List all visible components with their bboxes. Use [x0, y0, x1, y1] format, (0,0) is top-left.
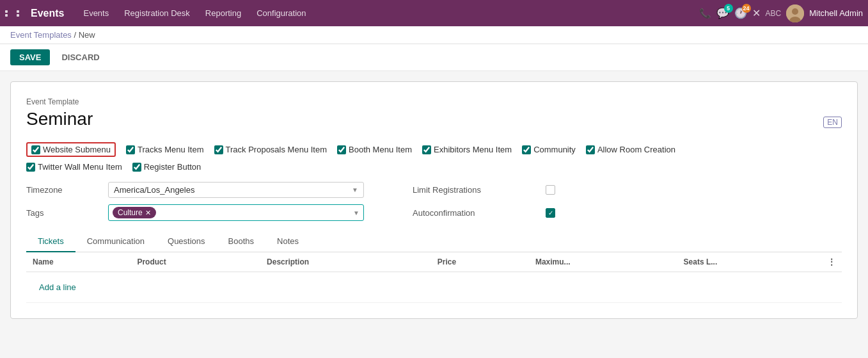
clock-badge: 24	[742, 4, 751, 13]
tabs-bar: Tickets Communication Questions Booths N…	[26, 231, 842, 252]
close-icon[interactable]: ✕	[752, 7, 761, 19]
action-bar: SAVE DISCARD	[0, 44, 868, 71]
checkbox-community[interactable]: Community	[522, 145, 576, 154]
checkbox-exhibitors-menu-item[interactable]: Exhibitors Menu Item	[422, 145, 512, 154]
add-line-button[interactable]: Add a line	[33, 277, 83, 297]
checkbox-exhibitors-menu-item-label: Exhibitors Menu Item	[434, 145, 512, 154]
add-line-row: Add a line	[26, 272, 842, 303]
timezone-arrow-icon: ▼	[352, 186, 358, 193]
phone-icon[interactable]: 📞	[699, 8, 711, 19]
title-row: Seminar EN	[26, 109, 842, 140]
autoconfirmation-checkbox[interactable]	[546, 208, 555, 218]
checkbox-exhibitors-menu-item-input[interactable]	[422, 145, 431, 154]
limit-registrations-label: Limit Registrations	[413, 185, 541, 195]
messages-icon[interactable]: 💬 5	[716, 7, 729, 19]
fields-grid: Timezone America/Los_Angeles ▼ Limit Reg…	[26, 182, 842, 221]
navbar: Events Events Registration Desk Reportin…	[0, 0, 868, 26]
checkbox-booth-menu-item-input[interactable]	[337, 145, 346, 154]
checkbox-tracks-menu-item-label: Tracks Menu Item	[138, 145, 204, 154]
culture-tag-label: Culture	[118, 208, 143, 217]
breadcrumb-current: New	[79, 30, 95, 40]
tab-tickets[interactable]: Tickets	[26, 231, 75, 252]
tags-field[interactable]: Culture ✕ ▼	[108, 204, 364, 221]
checkbox-allow-room-creation[interactable]: Allow Room Creation	[586, 145, 675, 154]
app-name[interactable]: Events	[31, 8, 64, 19]
col-price: Price	[431, 252, 529, 272]
tags-label: Tags	[26, 208, 103, 218]
col-seats: Seats L...	[677, 252, 821, 272]
tags-input[interactable]	[159, 208, 351, 218]
autoconfirmation-label: Autoconfirmation	[413, 208, 541, 218]
navbar-menu: Events Registration Desk Reporting Confi…	[77, 6, 698, 20]
main-content: Event Template Seminar EN Website Submen…	[0, 71, 868, 329]
checkbox-allow-room-creation-input[interactable]	[586, 145, 595, 154]
checkbox-register-button-label: Register Button	[144, 162, 201, 172]
user-name[interactable]: Mitchell Admin	[809, 8, 863, 18]
checkbox-website-submenu-label: Website Submenu	[43, 145, 111, 154]
form-card: Event Template Seminar EN Website Submen…	[10, 81, 858, 319]
checkbox-website-submenu[interactable]: Website Submenu	[31, 145, 111, 154]
culture-tag-close[interactable]: ✕	[145, 209, 151, 217]
col-name: Name	[26, 252, 130, 272]
tab-booths[interactable]: Booths	[217, 231, 265, 252]
culture-tag: Culture ✕	[113, 207, 156, 218]
checkbox-booth-menu-item-label: Booth Menu Item	[349, 145, 412, 154]
nav-registration-desk[interactable]: Registration Desk	[118, 6, 196, 20]
discard-button[interactable]: DISCARD	[55, 49, 106, 65]
nav-configuration[interactable]: Configuration	[250, 6, 312, 20]
checkbox-booth-menu-item[interactable]: Booth Menu Item	[337, 145, 412, 154]
checkbox-twitter-wall-label: Twitter Wall Menu Item	[38, 162, 122, 172]
checkboxes-row-1: Website Submenu Tracks Menu Item Track P…	[26, 142, 842, 157]
timezone-select[interactable]: America/Los_Angeles ▼	[108, 182, 364, 198]
checkbox-community-input[interactable]	[522, 145, 531, 154]
avatar[interactable]	[786, 4, 804, 22]
checkbox-register-button[interactable]: Register Button	[132, 162, 201, 172]
tab-notes[interactable]: Notes	[265, 231, 310, 252]
breadcrumb: Event Templates / New	[0, 26, 868, 44]
tags-dropdown-arrow-icon[interactable]: ▼	[353, 209, 359, 216]
checkbox-tracks-menu-item-input[interactable]	[126, 145, 135, 154]
checkbox-tracks-menu-item[interactable]: Tracks Menu Item	[126, 145, 204, 154]
tickets-table: Name Product Description Price Maximu...…	[26, 252, 842, 303]
clock-icon[interactable]: 🕐 24	[734, 7, 747, 19]
limit-registrations-checkbox[interactable]	[546, 185, 555, 195]
lang-badge[interactable]: EN	[823, 117, 842, 128]
col-description: Description	[260, 252, 431, 272]
checkbox-website-submenu-input[interactable]	[31, 145, 40, 154]
checkbox-allow-room-creation-label: Allow Room Creation	[597, 145, 675, 154]
table-wrapper: Name Product Description Price Maximu...…	[26, 252, 842, 303]
nav-events[interactable]: Events	[77, 6, 115, 20]
svg-point-1	[792, 8, 798, 15]
col-maximum: Maximu...	[529, 252, 677, 272]
tab-questions[interactable]: Questions	[156, 231, 217, 252]
user-initials: ABC	[766, 9, 782, 18]
form-title[interactable]: Seminar	[26, 109, 818, 129]
checkbox-twitter-wall-input[interactable]	[26, 163, 35, 172]
website-submenu-wrapper: Website Submenu	[26, 142, 116, 157]
breadcrumb-parent[interactable]: Event Templates	[10, 30, 72, 40]
checkbox-track-proposals-label: Track Proposals Menu Item	[226, 145, 327, 154]
nav-reporting[interactable]: Reporting	[199, 6, 248, 20]
breadcrumb-separator: /	[74, 30, 79, 40]
form-section-label: Event Template	[26, 97, 842, 106]
checkbox-track-proposals[interactable]: Track Proposals Menu Item	[214, 145, 327, 154]
col-options-icon[interactable]: ⋮	[821, 252, 842, 272]
timezone-label: Timezone	[26, 185, 103, 195]
timezone-value: America/Los_Angeles	[114, 185, 194, 195]
checkbox-register-button-input[interactable]	[132, 163, 141, 172]
checkbox-twitter-wall[interactable]: Twitter Wall Menu Item	[26, 162, 122, 172]
col-product: Product	[130, 252, 260, 272]
save-button[interactable]: SAVE	[10, 49, 50, 65]
checkbox-track-proposals-input[interactable]	[214, 145, 223, 154]
checkbox-community-label: Community	[533, 145, 576, 154]
checkboxes-row-2: Twitter Wall Menu Item Register Button	[26, 162, 842, 172]
app-grid-icon[interactable]	[5, 10, 27, 17]
messages-badge: 5	[724, 4, 733, 13]
tab-communication[interactable]: Communication	[75, 231, 156, 252]
navbar-right: 📞 💬 5 🕐 24 ✕ ABC Mitchell Admin	[699, 4, 864, 22]
